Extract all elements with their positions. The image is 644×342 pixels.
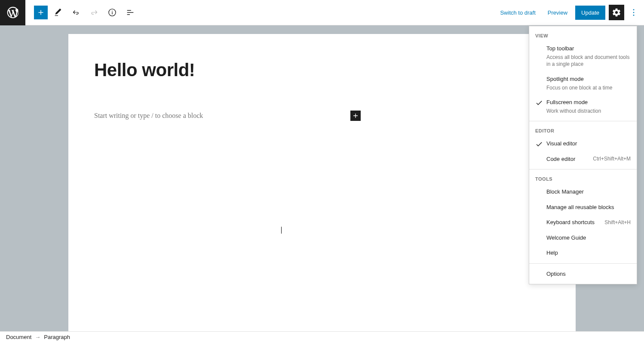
undo-icon bbox=[71, 8, 81, 17]
edit-mode-button[interactable] bbox=[50, 5, 66, 20]
redo-icon bbox=[89, 8, 99, 17]
info-icon bbox=[107, 8, 117, 17]
header-left bbox=[0, 0, 138, 25]
editor-header: Switch to draft Preview Update bbox=[0, 0, 644, 25]
switch-draft-button[interactable]: Switch to draft bbox=[496, 6, 540, 19]
add-block-button[interactable] bbox=[34, 6, 48, 19]
undo-button[interactable] bbox=[68, 5, 84, 20]
header-right: Switch to draft Preview Update bbox=[496, 5, 644, 20]
wp-logo-button[interactable] bbox=[0, 0, 25, 25]
plus-icon bbox=[36, 8, 46, 17]
list-icon bbox=[126, 8, 135, 17]
svg-point-1 bbox=[633, 12, 635, 13]
outline-button[interactable] bbox=[123, 5, 138, 20]
svg-point-2 bbox=[633, 15, 635, 16]
toolbar-group bbox=[34, 5, 138, 20]
preview-button[interactable]: Preview bbox=[543, 6, 572, 19]
settings-button[interactable] bbox=[609, 5, 624, 20]
pencil-icon bbox=[53, 8, 63, 17]
update-button[interactable]: Update bbox=[575, 6, 605, 20]
svg-point-0 bbox=[633, 9, 635, 10]
info-button[interactable] bbox=[104, 5, 120, 20]
wordpress-icon bbox=[6, 6, 20, 19]
dots-vertical-icon bbox=[629, 8, 638, 17]
more-menu-button[interactable] bbox=[628, 5, 640, 20]
redo-button[interactable] bbox=[86, 5, 102, 20]
gear-icon bbox=[612, 8, 621, 17]
